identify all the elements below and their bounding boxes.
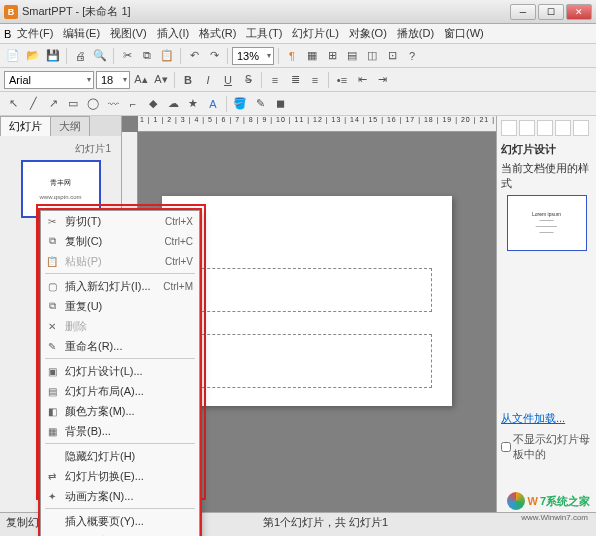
italic-icon[interactable]: I bbox=[199, 71, 217, 89]
rect-icon[interactable]: ▭ bbox=[64, 95, 82, 113]
inc-font-icon[interactable]: A▴ bbox=[132, 71, 150, 89]
font-size-combo[interactable]: 18 bbox=[96, 71, 130, 89]
ctx-background[interactable]: ▦背景(B)... bbox=[41, 421, 199, 441]
tab-slides[interactable]: 幻灯片 bbox=[0, 116, 51, 136]
menu-tools[interactable]: 工具(T) bbox=[242, 24, 286, 43]
watermark: W7系统之家 bbox=[507, 492, 590, 510]
menu-file[interactable]: 文件(F) bbox=[13, 24, 57, 43]
pane-icon-2[interactable] bbox=[519, 120, 535, 136]
ruler-horizontal: 1 | 1 | 2 | 3 | 4 | 5 | 6 | 7 | 8 | 9 | … bbox=[138, 116, 496, 132]
pane-icon-4[interactable] bbox=[555, 120, 571, 136]
menu-window[interactable]: 窗口(W) bbox=[440, 24, 488, 43]
ctx-slide-layout[interactable]: ▤幻灯片布局(A)... bbox=[41, 381, 199, 401]
bg-icon: ▦ bbox=[45, 426, 59, 437]
ctx-slide-design[interactable]: ▣幻灯片设计(L)... bbox=[41, 361, 199, 381]
help-icon[interactable]: ? bbox=[403, 47, 421, 65]
underline-icon[interactable]: U bbox=[219, 71, 237, 89]
ctx-hide-slide[interactable]: 隐藏幻灯片(H) bbox=[41, 446, 199, 466]
curve-icon[interactable]: 〰 bbox=[104, 95, 122, 113]
close-button[interactable]: ✕ bbox=[566, 4, 592, 20]
star-icon[interactable]: ★ bbox=[184, 95, 202, 113]
ellipse-icon[interactable]: ◯ bbox=[84, 95, 102, 113]
indent-right-icon[interactable]: ⇥ bbox=[373, 71, 391, 89]
slide[interactable] bbox=[162, 196, 452, 406]
dec-font-icon[interactable]: A▾ bbox=[152, 71, 170, 89]
menu-format[interactable]: 格式(R) bbox=[195, 24, 240, 43]
line-icon[interactable]: ╱ bbox=[24, 95, 42, 113]
fill-icon[interactable]: 🪣 bbox=[231, 95, 249, 113]
menu-insert[interactable]: 插入(I) bbox=[153, 24, 193, 43]
ctx-insert-slide[interactable]: ▢插入新幻灯片(I)...Ctrl+M bbox=[41, 276, 199, 296]
ctx-animation[interactable]: ✦动画方案(N)... bbox=[41, 486, 199, 506]
minimize-button[interactable]: ─ bbox=[510, 4, 536, 20]
toolbar-standard: 📄 📂 💾 🖨 🔍 ✂ ⧉ 📋 ↶ ↷ 13% ¶ ▦ ⊞ ▤ ◫ ⊡ ? bbox=[0, 44, 596, 68]
font-name-combo[interactable]: Arial bbox=[4, 71, 94, 89]
ctx-copy[interactable]: ⧉复制(C)Ctrl+C bbox=[41, 231, 199, 251]
align-left-icon[interactable]: ≡ bbox=[266, 71, 284, 89]
ctx-duplicate[interactable]: ⧉重复(U) bbox=[41, 296, 199, 316]
print-icon[interactable]: 🖨 bbox=[71, 47, 89, 65]
app-icon: B bbox=[4, 5, 18, 19]
redo-icon[interactable]: ↷ bbox=[205, 47, 223, 65]
pane-icon-1[interactable] bbox=[501, 120, 517, 136]
hide-master-checkbox[interactable]: 不显示幻灯片母板中的 bbox=[501, 432, 592, 462]
line-color-icon[interactable]: ✎ bbox=[251, 95, 269, 113]
bullets-icon[interactable]: •≡ bbox=[333, 71, 351, 89]
design-thumbnail[interactable]: Lorem ipsum────────────── bbox=[507, 195, 587, 251]
ctx-rename[interactable]: ✎重命名(R)... bbox=[41, 336, 199, 356]
load-from-file-link[interactable]: 从文件加载... bbox=[501, 411, 592, 426]
cut-icon[interactable]: ✂ bbox=[118, 47, 136, 65]
menu-play[interactable]: 播放(D) bbox=[393, 24, 438, 43]
text-icon[interactable]: A bbox=[204, 95, 222, 113]
connector-icon[interactable]: ⌐ bbox=[124, 95, 142, 113]
shadow-icon[interactable]: ◼ bbox=[271, 95, 289, 113]
undo-icon[interactable]: ↶ bbox=[185, 47, 203, 65]
pane-icon-5[interactable] bbox=[573, 120, 589, 136]
copy-icon: ⧉ bbox=[45, 235, 59, 247]
toolbar-format: Arial 18 A▴ A▾ B I U S̶ ≡ ≣ ≡ •≡ ⇤ ⇥ bbox=[0, 68, 596, 92]
tool-icon[interactable]: ⊞ bbox=[323, 47, 341, 65]
line-arrow-icon[interactable]: ↗ bbox=[44, 95, 62, 113]
indent-left-icon[interactable]: ⇤ bbox=[353, 71, 371, 89]
zoom-combo[interactable]: 13% bbox=[232, 47, 274, 65]
ctx-mini-sorter[interactable]: 迷你排序器(M)▸ bbox=[41, 531, 199, 536]
pane-subtitle: 当前文档使用的样式 bbox=[501, 161, 592, 191]
align-right-icon[interactable]: ≡ bbox=[306, 71, 324, 89]
align-center-icon[interactable]: ≣ bbox=[286, 71, 304, 89]
paste-icon[interactable]: 📋 bbox=[158, 47, 176, 65]
open-icon[interactable]: 📂 bbox=[24, 47, 42, 65]
tool4-icon[interactable]: ⊡ bbox=[383, 47, 401, 65]
preview-icon[interactable]: 🔍 bbox=[91, 47, 109, 65]
pane-icon-3[interactable] bbox=[537, 120, 553, 136]
grid-icon[interactable]: ▦ bbox=[303, 47, 321, 65]
ctx-color-scheme[interactable]: ◧颜色方案(M)... bbox=[41, 401, 199, 421]
shapes-icon[interactable]: ◆ bbox=[144, 95, 162, 113]
copy-icon[interactable]: ⧉ bbox=[138, 47, 156, 65]
menubar: B 文件(F) 编辑(E) 视图(V) 插入(I) 格式(R) 工具(T) 幻灯… bbox=[0, 24, 596, 44]
ctx-slide-transition[interactable]: ⇄幻灯片切换(E)... bbox=[41, 466, 199, 486]
bold-icon[interactable]: B bbox=[179, 71, 197, 89]
save-icon[interactable]: 💾 bbox=[44, 47, 62, 65]
ctx-cut[interactable]: ✂剪切(T)Ctrl+X bbox=[41, 211, 199, 231]
tool2-icon[interactable]: ▤ bbox=[343, 47, 361, 65]
layout-icon: ▤ bbox=[45, 386, 59, 397]
menu-object[interactable]: 对象(O) bbox=[345, 24, 391, 43]
ctx-insert-summary[interactable]: 插入概要页(Y)... bbox=[41, 511, 199, 531]
maximize-button[interactable]: ☐ bbox=[538, 4, 564, 20]
menu-edit[interactable]: 编辑(E) bbox=[59, 24, 104, 43]
new-icon[interactable]: 📄 bbox=[4, 47, 22, 65]
app-menu-icon[interactable]: B bbox=[4, 28, 11, 40]
content-placeholder[interactable] bbox=[182, 334, 432, 388]
delete-icon: ✕ bbox=[45, 321, 59, 332]
strike-icon[interactable]: S̶ bbox=[239, 71, 257, 89]
para-icon[interactable]: ¶ bbox=[283, 47, 301, 65]
pointer-icon[interactable]: ↖ bbox=[4, 95, 22, 113]
menu-view[interactable]: 视图(V) bbox=[106, 24, 151, 43]
task-pane: 幻灯片设计 当前文档使用的样式 Lorem ipsum─────────────… bbox=[496, 116, 596, 512]
status-right: 幻灯片1 bbox=[349, 515, 388, 530]
callout-icon[interactable]: ☁ bbox=[164, 95, 182, 113]
tool3-icon[interactable]: ◫ bbox=[363, 47, 381, 65]
tab-outline[interactable]: 大纲 bbox=[50, 116, 90, 136]
title-placeholder[interactable] bbox=[182, 268, 432, 312]
menu-slide[interactable]: 幻灯片(L) bbox=[288, 24, 342, 43]
